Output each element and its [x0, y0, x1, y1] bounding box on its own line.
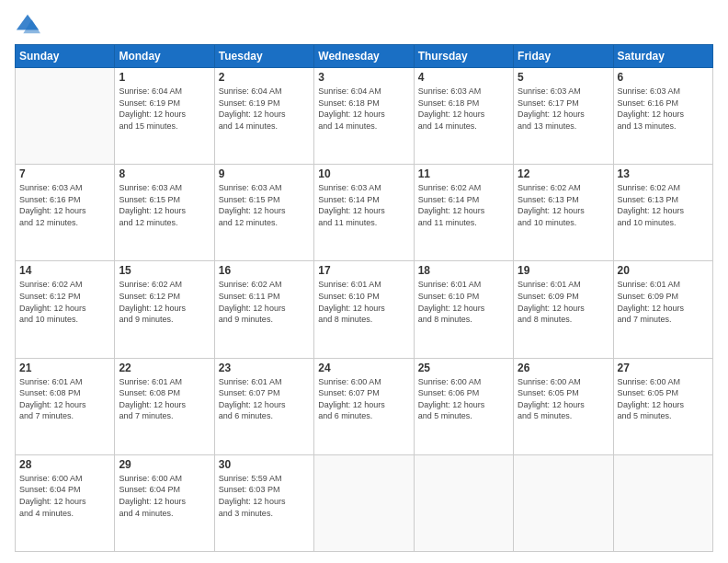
calendar-cell: 27Sunrise: 6:00 AM Sunset: 6:05 PM Dayli… [613, 358, 712, 454]
day-info: Sunrise: 6:02 AM Sunset: 6:12 PM Dayligh… [19, 279, 110, 325]
day-number: 9 [219, 167, 310, 180]
weekday-header: Wednesday [314, 45, 414, 68]
calendar-cell: 24Sunrise: 6:00 AM Sunset: 6:07 PM Dayli… [314, 358, 414, 454]
calendar-cell: 26Sunrise: 6:00 AM Sunset: 6:05 PM Dayli… [514, 358, 613, 454]
weekday-header: Tuesday [214, 45, 313, 68]
day-number: 17 [318, 264, 409, 277]
calendar-week-row: 28Sunrise: 6:00 AM Sunset: 6:04 PM Dayli… [16, 454, 713, 551]
day-info: Sunrise: 6:03 AM Sunset: 6:15 PM Dayligh… [119, 182, 210, 228]
calendar-week-row: 1Sunrise: 6:04 AM Sunset: 6:19 PM Daylig… [16, 68, 713, 165]
calendar-cell: 23Sunrise: 6:01 AM Sunset: 6:07 PM Dayli… [214, 358, 313, 454]
header [15, 11, 713, 37]
calendar-cell: 29Sunrise: 6:00 AM Sunset: 6:04 PM Dayli… [115, 454, 214, 551]
day-info: Sunrise: 6:00 AM Sunset: 6:05 PM Dayligh… [518, 376, 609, 422]
calendar-cell: 6Sunrise: 6:03 AM Sunset: 6:16 PM Daylig… [613, 68, 712, 165]
calendar-week-row: 21Sunrise: 6:01 AM Sunset: 6:08 PM Dayli… [16, 358, 713, 454]
day-info: Sunrise: 6:01 AM Sunset: 6:07 PM Dayligh… [219, 376, 310, 422]
day-number: 18 [418, 264, 509, 277]
calendar-table: SundayMondayTuesdayWednesdayThursdayFrid… [15, 44, 713, 552]
day-info: Sunrise: 6:00 AM Sunset: 6:07 PM Dayligh… [318, 376, 409, 422]
weekday-header: Sunday [16, 45, 115, 68]
day-info: Sunrise: 6:01 AM Sunset: 6:09 PM Dayligh… [618, 279, 709, 325]
day-number: 22 [119, 362, 210, 374]
day-info: Sunrise: 6:03 AM Sunset: 6:15 PM Dayligh… [219, 182, 310, 228]
weekday-header: Friday [514, 45, 613, 68]
day-info: Sunrise: 6:01 AM Sunset: 6:10 PM Dayligh… [318, 279, 409, 325]
calendar-cell: 5Sunrise: 6:03 AM Sunset: 6:17 PM Daylig… [514, 68, 613, 165]
calendar-cell: 30Sunrise: 5:59 AM Sunset: 6:03 PM Dayli… [214, 454, 313, 551]
day-info: Sunrise: 6:02 AM Sunset: 6:14 PM Dayligh… [418, 182, 509, 228]
day-number: 24 [318, 362, 409, 374]
calendar-cell: 3Sunrise: 6:04 AM Sunset: 6:18 PM Daylig… [314, 68, 414, 165]
day-number: 20 [618, 264, 709, 277]
day-number: 11 [418, 167, 509, 180]
day-number: 1 [119, 71, 210, 84]
calendar-cell: 15Sunrise: 6:02 AM Sunset: 6:12 PM Dayli… [115, 261, 214, 358]
calendar-cell: 18Sunrise: 6:01 AM Sunset: 6:10 PM Dayli… [414, 261, 513, 358]
day-number: 7 [19, 167, 110, 180]
day-info: Sunrise: 6:03 AM Sunset: 6:14 PM Dayligh… [318, 182, 409, 228]
day-info: Sunrise: 5:59 AM Sunset: 6:03 PM Dayligh… [219, 473, 310, 519]
page: SundayMondayTuesdayWednesdayThursdayFrid… [0, 0, 728, 563]
calendar-cell: 17Sunrise: 6:01 AM Sunset: 6:10 PM Dayli… [314, 261, 414, 358]
day-info: Sunrise: 6:04 AM Sunset: 6:19 PM Dayligh… [119, 86, 210, 132]
day-number: 10 [318, 167, 409, 180]
day-info: Sunrise: 6:04 AM Sunset: 6:19 PM Dayligh… [219, 86, 310, 132]
day-number: 14 [19, 264, 110, 277]
calendar-cell: 10Sunrise: 6:03 AM Sunset: 6:14 PM Dayli… [314, 165, 414, 261]
calendar-cell [414, 454, 513, 551]
calendar-cell: 2Sunrise: 6:04 AM Sunset: 6:19 PM Daylig… [214, 68, 313, 165]
day-info: Sunrise: 6:00 AM Sunset: 6:05 PM Dayligh… [618, 376, 709, 422]
weekday-header: Thursday [414, 45, 513, 68]
calendar-cell: 28Sunrise: 6:00 AM Sunset: 6:04 PM Dayli… [16, 454, 115, 551]
calendar-cell: 7Sunrise: 6:03 AM Sunset: 6:16 PM Daylig… [16, 165, 115, 261]
day-number: 15 [119, 264, 210, 277]
logo [15, 11, 44, 37]
day-info: Sunrise: 6:02 AM Sunset: 6:11 PM Dayligh… [219, 279, 310, 325]
calendar-week-row: 14Sunrise: 6:02 AM Sunset: 6:12 PM Dayli… [16, 261, 713, 358]
calendar-cell: 19Sunrise: 6:01 AM Sunset: 6:09 PM Dayli… [514, 261, 613, 358]
day-info: Sunrise: 6:03 AM Sunset: 6:18 PM Dayligh… [418, 86, 509, 132]
weekday-header-row: SundayMondayTuesdayWednesdayThursdayFrid… [16, 45, 713, 68]
calendar-cell: 11Sunrise: 6:02 AM Sunset: 6:14 PM Dayli… [414, 165, 513, 261]
calendar-cell: 8Sunrise: 6:03 AM Sunset: 6:15 PM Daylig… [115, 165, 214, 261]
day-number: 28 [19, 458, 110, 471]
day-info: Sunrise: 6:03 AM Sunset: 6:17 PM Dayligh… [518, 86, 609, 132]
calendar-cell: 16Sunrise: 6:02 AM Sunset: 6:11 PM Dayli… [214, 261, 313, 358]
day-number: 27 [618, 362, 709, 374]
calendar-cell [16, 68, 115, 165]
day-info: Sunrise: 6:01 AM Sunset: 6:08 PM Dayligh… [19, 376, 110, 422]
day-number: 25 [418, 362, 509, 374]
day-info: Sunrise: 6:02 AM Sunset: 6:13 PM Dayligh… [618, 182, 709, 228]
day-number: 21 [19, 362, 110, 374]
calendar-cell [314, 454, 414, 551]
day-number: 30 [219, 458, 310, 471]
calendar-cell: 14Sunrise: 6:02 AM Sunset: 6:12 PM Dayli… [16, 261, 115, 358]
day-info: Sunrise: 6:03 AM Sunset: 6:16 PM Dayligh… [19, 182, 110, 228]
day-number: 26 [518, 362, 609, 374]
day-number: 6 [618, 71, 709, 84]
day-info: Sunrise: 6:02 AM Sunset: 6:13 PM Dayligh… [518, 182, 609, 228]
day-info: Sunrise: 6:01 AM Sunset: 6:09 PM Dayligh… [518, 279, 609, 325]
calendar-cell: 9Sunrise: 6:03 AM Sunset: 6:15 PM Daylig… [214, 165, 313, 261]
day-info: Sunrise: 6:02 AM Sunset: 6:12 PM Dayligh… [119, 279, 210, 325]
day-number: 16 [219, 264, 310, 277]
day-info: Sunrise: 6:00 AM Sunset: 6:04 PM Dayligh… [119, 473, 210, 519]
weekday-header: Monday [115, 45, 214, 68]
day-info: Sunrise: 6:00 AM Sunset: 6:04 PM Dayligh… [19, 473, 110, 519]
calendar-cell: 20Sunrise: 6:01 AM Sunset: 6:09 PM Dayli… [613, 261, 712, 358]
day-number: 5 [518, 71, 609, 84]
calendar-cell: 4Sunrise: 6:03 AM Sunset: 6:18 PM Daylig… [414, 68, 513, 165]
calendar-cell [514, 454, 613, 551]
day-info: Sunrise: 6:01 AM Sunset: 6:10 PM Dayligh… [418, 279, 509, 325]
day-info: Sunrise: 6:01 AM Sunset: 6:08 PM Dayligh… [119, 376, 210, 422]
calendar-cell: 25Sunrise: 6:00 AM Sunset: 6:06 PM Dayli… [414, 358, 513, 454]
day-number: 29 [119, 458, 210, 471]
calendar-week-row: 7Sunrise: 6:03 AM Sunset: 6:16 PM Daylig… [16, 165, 713, 261]
calendar-cell: 12Sunrise: 6:02 AM Sunset: 6:13 PM Dayli… [514, 165, 613, 261]
day-info: Sunrise: 6:04 AM Sunset: 6:18 PM Dayligh… [318, 86, 409, 132]
day-number: 8 [119, 167, 210, 180]
day-number: 19 [518, 264, 609, 277]
day-number: 4 [418, 71, 509, 84]
day-number: 12 [518, 167, 609, 180]
